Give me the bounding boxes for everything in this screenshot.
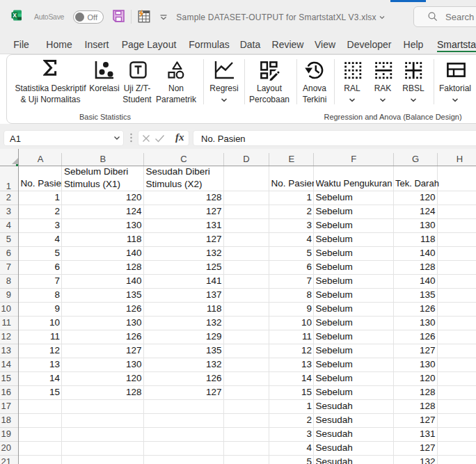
svg-text:X: X xyxy=(13,12,17,19)
